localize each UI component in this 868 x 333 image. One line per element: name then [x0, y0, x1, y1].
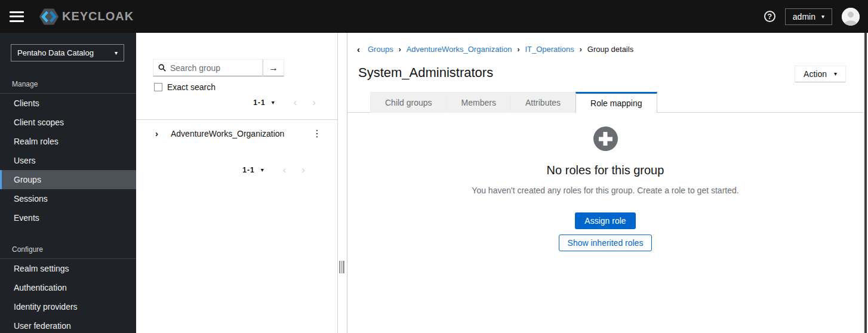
masthead: KEYCLOAK ? admin ▾ [0, 0, 868, 33]
breadcrumb-link-it-operations[interactable]: IT_Operations [525, 45, 574, 54]
tab-role-mapping[interactable]: Role mapping [575, 92, 657, 113]
pagination-prev-icon[interactable]: ‹ [289, 97, 302, 107]
panel-divider [136, 119, 337, 120]
sidebar-item-authentication[interactable]: Authentication [0, 278, 136, 297]
chevron-down-icon: ▾ [834, 71, 837, 77]
pagination-bottom: 1-1 ▾ ‹ › [242, 165, 310, 175]
hamburger-menu-icon[interactable] [10, 11, 24, 22]
sidebar-item-client-scopes[interactable]: Client scopes [0, 113, 136, 132]
group-detail-tabs: Child groups Members Attributes Role map… [370, 92, 657, 113]
exact-search-checkbox[interactable] [154, 83, 162, 91]
exact-search-row: Exact search [154, 82, 216, 92]
sidebar-item-sessions[interactable]: Sessions [0, 189, 136, 208]
search-icon [158, 64, 166, 72]
chevron-down-icon: ▾ [821, 14, 824, 20]
pagination-next-icon[interactable]: › [307, 97, 321, 107]
sidebar-item-realm-settings[interactable]: Realm settings [0, 259, 136, 278]
sidebar-item-identity-providers[interactable]: Identity providers [0, 297, 136, 316]
action-dropdown-button[interactable]: Action ▾ [795, 66, 846, 82]
breadcrumb-current: Group details [587, 45, 633, 54]
tree-expand-icon[interactable]: › [155, 128, 165, 138]
keycloak-admin-console: KEYCLOAK ? admin ▾ Pentaho Data Catalog … [0, 0, 868, 333]
breadcrumb-link-groups[interactable]: Groups [368, 45, 393, 54]
panel-splitter [338, 33, 347, 333]
breadcrumb-link-adventureworks[interactable]: AdventureWorks_Organization [407, 45, 512, 54]
chevron-down-icon: ▾ [115, 50, 118, 56]
tab-members[interactable]: Members [447, 92, 511, 113]
main-content: ‹ Groups › AdventureWorks_Organization ›… [347, 33, 863, 333]
sidebar-item-user-federation[interactable]: User federation [0, 316, 136, 333]
kebab-menu-icon[interactable]: ⋮ [310, 128, 324, 139]
search-box [153, 59, 263, 76]
nav-section-manage: Manage [0, 80, 136, 94]
show-inherited-roles-button[interactable]: Show inherited roles [559, 235, 652, 251]
person-icon [842, 8, 860, 26]
sidebar: Pentaho Data Catalog ▾ Manage Clients Cl… [0, 33, 136, 333]
sidebar-item-events[interactable]: Events [0, 208, 136, 227]
assign-role-button[interactable]: Assign role [575, 212, 635, 229]
chevron-right-icon: › [517, 45, 519, 54]
page-title: System_Administrators [358, 65, 493, 81]
user-dropdown-label: admin [793, 12, 815, 21]
breadcrumb-back-icon[interactable]: ‹ [357, 44, 360, 54]
sidebar-item-clients[interactable]: Clients [0, 94, 136, 113]
groups-tree-panel: → Exact search 1-1 ▾ ‹ › › AdventureWork… [136, 33, 338, 333]
brand-text: KEYCLOAK [62, 10, 134, 23]
sidebar-item-realm-roles[interactable]: Realm roles [0, 132, 136, 151]
sidebar-item-users[interactable]: Users [0, 151, 136, 170]
avatar[interactable] [842, 8, 860, 26]
tab-child-groups[interactable]: Child groups [370, 92, 447, 113]
help-icon[interactable]: ? [764, 11, 775, 22]
tab-attributes[interactable]: Attributes [511, 92, 575, 113]
action-dropdown-label: Action [804, 69, 827, 79]
chevron-right-icon: › [580, 45, 582, 54]
group-search: → [153, 59, 284, 76]
pagination-range: 1-1 [253, 98, 265, 107]
scrollbar-thumb[interactable] [864, 33, 867, 333]
splitter-drag-handle[interactable] [339, 261, 344, 273]
user-dropdown[interactable]: admin ▾ [785, 8, 832, 25]
sidebar-item-groups[interactable]: Groups [0, 170, 136, 189]
tree-row[interactable]: › AdventureWorks_Organization ⋮ [136, 124, 337, 143]
scrollbar-track [863, 33, 868, 333]
pagination-range: 1-1 [242, 166, 254, 174]
keycloak-logo[interactable]: KEYCLOAK [38, 6, 134, 27]
empty-state: No roles for this group You haven't crea… [347, 127, 863, 251]
exact-search-label: Exact search [167, 82, 216, 92]
empty-state-title: No roles for this group [547, 164, 664, 177]
pagination-next-icon[interactable]: › [297, 165, 310, 175]
pagination-top: 1-1 ▾ ‹ › [253, 97, 321, 107]
keycloak-hexagon-icon [38, 6, 60, 27]
pagination-options-icon[interactable]: ▾ [261, 167, 264, 173]
tree-item-label[interactable]: AdventureWorks_Organization [171, 129, 310, 138]
plus-circle-icon [593, 127, 618, 151]
pagination-options-icon[interactable]: ▾ [272, 100, 275, 106]
realm-selector-label: Pentaho Data Catalog [17, 48, 94, 57]
breadcrumb: ‹ Groups › AdventureWorks_Organization ›… [357, 44, 633, 54]
realm-selector[interactable]: Pentaho Data Catalog ▾ [11, 44, 124, 61]
masthead-toolbar: ? admin ▾ [764, 0, 860, 33]
empty-state-description: You haven't created any roles for this g… [472, 186, 738, 195]
search-group-input[interactable] [170, 63, 254, 73]
nav-section-configure: Configure [0, 245, 136, 259]
pagination-prev-icon[interactable]: ‹ [278, 165, 291, 175]
chevron-right-icon: › [399, 45, 401, 54]
search-submit-button[interactable]: → [263, 59, 284, 76]
